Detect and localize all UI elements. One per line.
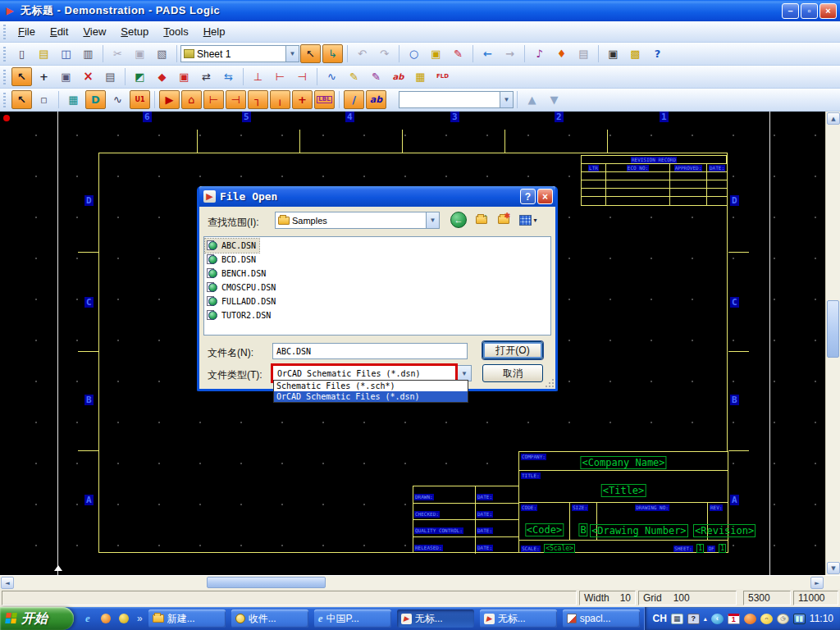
bom-report-button[interactable]: ▦ (410, 67, 431, 86)
toolbar2-grip[interactable] (3, 70, 6, 84)
file-list[interactable]: ABC.DSN BCD.DSN BENCH.DSN CMOSCPU.DSN FU… (203, 236, 551, 336)
language-indicator[interactable]: CH (653, 613, 667, 624)
close-button[interactable]: × (819, 3, 837, 19)
swap-gates-button[interactable]: ⇄ (196, 67, 217, 86)
value-combo[interactable]: ▼ (399, 91, 514, 108)
minimize-button[interactable]: – (782, 3, 799, 19)
file-name-input[interactable] (272, 343, 468, 359)
dialog-help-button[interactable]: ? (520, 189, 536, 204)
add-pin-right-button[interactable]: ⊣ (292, 67, 313, 86)
taskbar-button-pads-active[interactable]: ▶ 无标... (397, 609, 474, 628)
vertical-scrollbar[interactable]: ▲ ▼ (825, 112, 840, 575)
menu-edit[interactable]: Edit (43, 22, 75, 41)
add-symbol-button[interactable]: ▣ (174, 67, 194, 86)
taskbar-button-inbox[interactable]: 收件... (231, 609, 308, 628)
file-item[interactable]: BCD.DSN (205, 253, 259, 267)
add-ic-button[interactable]: ▦ (63, 90, 84, 109)
quick-launch-app-icon[interactable] (99, 612, 112, 625)
help-button[interactable]: ? (647, 44, 668, 63)
smiley-icon[interactable]: ᴖ (760, 614, 773, 624)
select-button[interactable]: ↖ (11, 67, 32, 86)
horizontal-scroll-thumb[interactable] (207, 577, 326, 588)
cancel-button[interactable]: 取消 (482, 364, 543, 382)
board-capture-button[interactable]: ▣ (426, 44, 446, 63)
taskbar-button-spacl[interactable]: spacl... (563, 609, 640, 628)
rename-button[interactable]: ✎ (366, 67, 386, 86)
pin-vertical-button[interactable]: ╷ (270, 90, 290, 109)
zoom-button[interactable]: ○ (404, 44, 424, 63)
scroll-left-icon[interactable]: ◄ (1, 577, 14, 589)
up-one-level-button[interactable]: ↑ (472, 211, 491, 229)
add-field-button[interactable]: FLD (432, 67, 453, 86)
help-badge-icon[interactable]: ? (687, 614, 700, 624)
file-type-arrow-icon[interactable]: ▼ (458, 365, 472, 381)
taskbar-button-browser[interactable]: e 中国P... (314, 609, 391, 628)
collapse-arrow-icon[interactable]: ▴ (704, 615, 707, 623)
swap-pins-button[interactable]: ⇆ (218, 67, 239, 86)
horizontal-scrollbar[interactable]: ◄ ► (0, 575, 840, 589)
menu-help[interactable]: Help (196, 22, 233, 41)
taskbar-button-pads[interactable]: ▶ 无标... (480, 609, 557, 628)
menubar-grip[interactable] (3, 25, 6, 39)
clock-tray-icon[interactable]: ◷ (777, 614, 789, 624)
selection-filter-button[interactable]: ↖ (300, 44, 321, 63)
dialog-close-button[interactable]: × (537, 189, 553, 204)
junction-button[interactable]: + (292, 90, 313, 109)
add-net-button[interactable]: ∿ (107, 90, 128, 109)
previous-doc-button[interactable]: ← (477, 44, 498, 63)
properties-button[interactable]: ▤ (573, 44, 594, 63)
eco-mode-button[interactable]: ♦ (551, 44, 572, 63)
cut-button[interactable]: ✂ (107, 44, 128, 63)
next-doc-button[interactable]: → (500, 44, 520, 63)
print-button[interactable]: ▥ (78, 44, 98, 63)
add-bus-button[interactable]: ∿ (322, 67, 342, 86)
add-gate-button[interactable]: ◆ (152, 67, 172, 86)
file-type-option-selected[interactable]: OrCAD Schematic Files (*.dsn) (274, 391, 468, 402)
menu-file[interactable]: File (11, 22, 43, 41)
calendar-icon[interactable]: 1 (728, 614, 740, 624)
keyboard-icon[interactable]: ▦ (671, 614, 683, 624)
new-folder-button[interactable]: ✱ (495, 211, 513, 229)
paste-button[interactable]: ▧ (152, 44, 172, 63)
redo-button[interactable]: ↷ (374, 44, 395, 63)
back-button[interactable]: ← (450, 211, 468, 229)
off-page-ref-button[interactable]: ⌂ (181, 90, 202, 109)
ref-designator-button[interactable]: U1 (130, 90, 150, 109)
menu-view[interactable]: View (75, 22, 113, 41)
menu-setup[interactable]: Setup (113, 22, 156, 41)
network-icon[interactable]: ▮▮ (793, 614, 806, 624)
file-item-selected[interactable]: ABC.DSN (205, 239, 259, 253)
add-pin-top-button[interactable]: ⊥ (248, 67, 268, 86)
file-item[interactable]: CMOSCPU.DSN (205, 281, 279, 294)
pin-right-button[interactable]: ⊣ (226, 90, 246, 109)
media-app-icon[interactable] (117, 612, 130, 625)
pads-layout-link-button[interactable]: ▣ (603, 44, 623, 63)
save-file-button[interactable]: ◫ (56, 44, 76, 63)
select-parts-button[interactable]: ▫ (34, 90, 54, 109)
nudge-down-button[interactable]: ▼ (544, 90, 564, 109)
add-pin-left-button[interactable]: ⊢ (270, 67, 290, 86)
sheet-symbol-button[interactable]: ▶ (159, 90, 180, 109)
scroll-right-icon[interactable]: ► (810, 577, 824, 589)
restore-button[interactable]: ▫ (801, 3, 818, 19)
file-item[interactable]: TUTOR2.DSN (205, 308, 274, 322)
nudge-up-button[interactable]: ▲ (522, 90, 542, 109)
slash-text-button[interactable]: / (344, 90, 364, 109)
start-button[interactable]: 开始 (0, 607, 74, 630)
text-ab-button[interactable]: ab (366, 90, 386, 109)
value-combo-arrow-icon[interactable]: ▼ (500, 92, 513, 107)
move-button[interactable]: + (34, 67, 54, 86)
dialog-title-bar[interactable]: ▶ File Open ? × (199, 186, 555, 207)
edit-properties-button[interactable]: ▤ (100, 67, 121, 86)
open-file-button[interactable]: ▤ (34, 44, 54, 63)
quick-launch-chevron-icon[interactable]: » (137, 613, 143, 624)
text-search-button[interactable]: ab (388, 67, 409, 86)
net-label-button[interactable]: LBL (314, 90, 335, 109)
open-button[interactable]: 打开(O) (482, 341, 543, 359)
view-menu-button[interactable]: ▾ (517, 211, 540, 229)
add-gate-symbol-button[interactable]: D (85, 90, 106, 109)
msn-icon[interactable]: ‹ (711, 614, 724, 624)
redline-button[interactable]: ✎ (448, 44, 468, 63)
pin-left-button[interactable]: ⊢ (203, 90, 224, 109)
duplicate-button[interactable]: ▣ (56, 67, 76, 86)
